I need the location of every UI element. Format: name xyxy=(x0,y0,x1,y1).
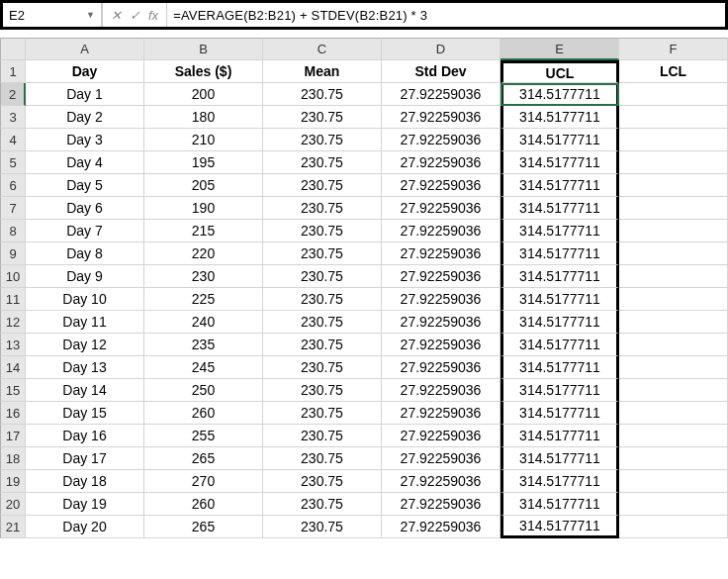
row-header-14[interactable]: 14 xyxy=(0,356,26,379)
col-header-E[interactable]: E xyxy=(500,38,619,60)
header-cell-mean[interactable]: Mean xyxy=(263,60,382,83)
cell-sales[interactable]: 245 xyxy=(144,356,263,379)
cell-sales[interactable]: 220 xyxy=(144,242,263,265)
cell-ucl[interactable]: 314.5177711 xyxy=(500,493,619,516)
row-header-12[interactable]: 12 xyxy=(0,311,26,334)
cell-ucl[interactable]: 314.5177711 xyxy=(500,129,619,151)
cell-sales[interactable]: 260 xyxy=(144,493,263,516)
formula-input[interactable]: =AVERAGE(B2:B21) + STDEV(B2:B21) * 3 xyxy=(167,3,725,27)
cell-mean[interactable]: 230.75 xyxy=(263,220,382,242)
cell-lcl[interactable] xyxy=(619,356,728,379)
cell-ucl[interactable]: 314.5177711 xyxy=(500,106,619,129)
cell-lcl[interactable] xyxy=(619,516,728,538)
cell-mean[interactable]: 230.75 xyxy=(263,516,382,538)
row-header-3[interactable]: 3 xyxy=(0,106,26,129)
cell-ucl[interactable]: 314.5177711 xyxy=(500,379,619,402)
cell-day[interactable]: Day 3 xyxy=(26,129,144,151)
cell-sales[interactable]: 235 xyxy=(144,334,263,356)
check-icon[interactable]: ✓ xyxy=(130,8,140,23)
cell-day[interactable]: Day 12 xyxy=(26,334,144,356)
cell-sales[interactable]: 230 xyxy=(144,265,263,288)
cell-stddev[interactable]: 27.92259036 xyxy=(382,379,500,402)
select-all-corner[interactable] xyxy=(0,38,26,60)
cell-day[interactable]: Day 9 xyxy=(26,265,144,288)
row-header-4[interactable]: 4 xyxy=(0,129,26,151)
row-header-16[interactable]: 16 xyxy=(0,402,26,425)
header-cell-ucl[interactable]: UCL xyxy=(500,60,619,83)
col-header-B[interactable]: B xyxy=(144,38,263,60)
cell-ucl[interactable]: 314.5177711 xyxy=(500,447,619,470)
row-header-20[interactable]: 20 xyxy=(0,493,26,516)
cell-lcl[interactable] xyxy=(619,265,728,288)
cell-lcl[interactable] xyxy=(619,334,728,356)
cell-mean[interactable]: 230.75 xyxy=(263,425,382,447)
cell-day[interactable]: Day 13 xyxy=(26,356,144,379)
cell-mean[interactable]: 230.75 xyxy=(263,106,382,129)
cell-lcl[interactable] xyxy=(619,402,728,425)
header-cell-std-dev[interactable]: Std Dev xyxy=(382,60,500,83)
cell-ucl[interactable]: 314.5177711 xyxy=(500,425,619,447)
row-header-6[interactable]: 6 xyxy=(0,174,26,197)
cell-day[interactable]: Day 14 xyxy=(26,379,144,402)
cell-lcl[interactable] xyxy=(619,174,728,197)
cell-stddev[interactable]: 27.92259036 xyxy=(382,425,500,447)
cell-stddev[interactable]: 27.92259036 xyxy=(382,402,500,425)
cell-sales[interactable]: 210 xyxy=(144,129,263,151)
cell-stddev[interactable]: 27.92259036 xyxy=(382,516,500,538)
cell-stddev[interactable]: 27.92259036 xyxy=(382,242,500,265)
cell-stddev[interactable]: 27.92259036 xyxy=(382,447,500,470)
cell-lcl[interactable] xyxy=(619,129,728,151)
cell-mean[interactable]: 230.75 xyxy=(263,470,382,493)
cell-sales[interactable]: 195 xyxy=(144,151,263,174)
cell-ucl[interactable]: 314.5177711 xyxy=(500,197,619,220)
cell-ucl[interactable]: 314.5177711 xyxy=(500,242,619,265)
cell-day[interactable]: Day 8 xyxy=(26,242,144,265)
cell-sales[interactable]: 180 xyxy=(144,106,263,129)
cell-day[interactable]: Day 16 xyxy=(26,425,144,447)
cell-ucl[interactable]: 314.5177711 xyxy=(500,356,619,379)
header-cell-sales-[interactable]: Sales ($) xyxy=(144,60,263,83)
cell-mean[interactable]: 230.75 xyxy=(263,197,382,220)
col-header-C[interactable]: C xyxy=(263,38,382,60)
cell-lcl[interactable] xyxy=(619,220,728,242)
cell-ucl[interactable]: 314.5177711 xyxy=(500,220,619,242)
row-header-17[interactable]: 17 xyxy=(0,425,26,447)
row-header-10[interactable]: 10 xyxy=(0,265,26,288)
cell-lcl[interactable] xyxy=(619,470,728,493)
cell-mean[interactable]: 230.75 xyxy=(263,288,382,311)
header-cell-lcl[interactable]: LCL xyxy=(619,60,728,83)
cell-stddev[interactable]: 27.92259036 xyxy=(382,334,500,356)
cell-day[interactable]: Day 18 xyxy=(26,470,144,493)
col-header-A[interactable]: A xyxy=(26,38,144,60)
cell-sales[interactable]: 205 xyxy=(144,174,263,197)
header-cell-day[interactable]: Day xyxy=(26,60,144,83)
cell-mean[interactable]: 230.75 xyxy=(263,129,382,151)
row-header-9[interactable]: 9 xyxy=(0,242,26,265)
cell-stddev[interactable]: 27.92259036 xyxy=(382,265,500,288)
cell-day[interactable]: Day 6 xyxy=(26,197,144,220)
cell-stddev[interactable]: 27.92259036 xyxy=(382,220,500,242)
cell-lcl[interactable] xyxy=(619,311,728,334)
cell-day[interactable]: Day 1 xyxy=(26,83,144,106)
cell-day[interactable]: Day 19 xyxy=(26,493,144,516)
cell-day[interactable]: Day 7 xyxy=(26,220,144,242)
row-header-2[interactable]: 2 xyxy=(0,83,26,106)
cell-day[interactable]: Day 2 xyxy=(26,106,144,129)
cell-mean[interactable]: 230.75 xyxy=(263,265,382,288)
row-header-15[interactable]: 15 xyxy=(0,379,26,402)
fx-icon[interactable]: fx xyxy=(148,8,158,23)
cell-stddev[interactable]: 27.92259036 xyxy=(382,470,500,493)
cell-ucl[interactable]: 314.5177711 xyxy=(500,265,619,288)
cell-sales[interactable]: 270 xyxy=(144,470,263,493)
cell-mean[interactable]: 230.75 xyxy=(263,242,382,265)
cell-mean[interactable]: 230.75 xyxy=(263,311,382,334)
name-box[interactable]: E2 ▼ xyxy=(3,3,102,27)
row-header-5[interactable]: 5 xyxy=(0,151,26,174)
cell-sales[interactable]: 265 xyxy=(144,447,263,470)
cell-stddev[interactable]: 27.92259036 xyxy=(382,83,500,106)
cell-sales[interactable]: 200 xyxy=(144,83,263,106)
cell-stddev[interactable]: 27.92259036 xyxy=(382,197,500,220)
cell-ucl[interactable]: 314.5177711 xyxy=(500,402,619,425)
cell-day[interactable]: Day 15 xyxy=(26,402,144,425)
cell-day[interactable]: Day 17 xyxy=(26,447,144,470)
